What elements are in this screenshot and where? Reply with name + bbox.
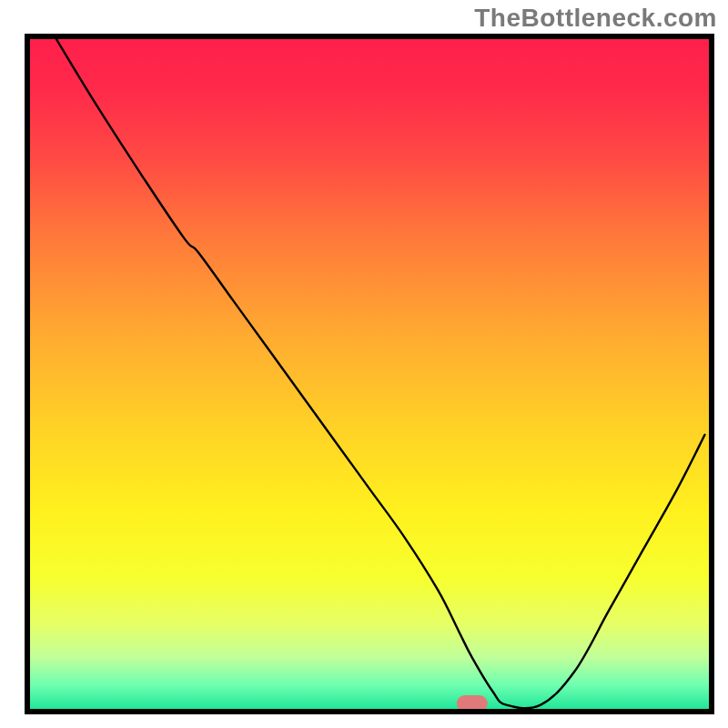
- chart-container: TheBottleneck.com: [0, 0, 728, 728]
- watermark-text: TheBottleneck.com: [474, 4, 717, 33]
- bottleneck-chart: [0, 0, 728, 728]
